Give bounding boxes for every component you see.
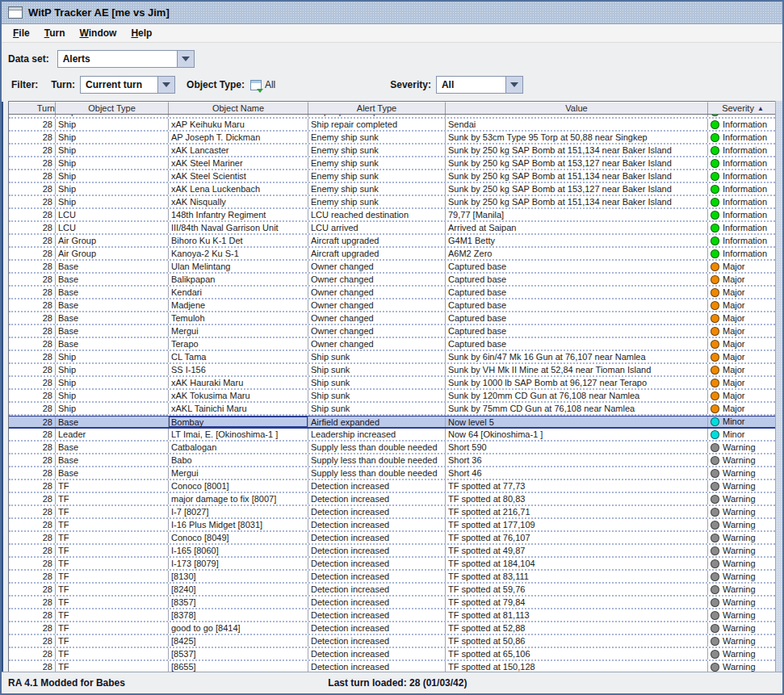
table-row[interactable]: 28TF[8378]Detection increasedTF spotted … [9, 609, 778, 622]
table-row[interactable]: 28LCUIII/84th Naval Garrison UnitLCU arr… [9, 222, 778, 235]
menu-file[interactable]: File [6, 26, 37, 40]
table-row[interactable]: 28ShipAP Joseph T. DickmanEnemy ship sun… [9, 132, 778, 144]
severity-warning-icon [711, 546, 719, 555]
column-header-turn[interactable]: Turn [9, 102, 56, 114]
table-row[interactable]: 28TFI-7 [8027]Detection increasedTF spot… [9, 506, 778, 519]
menu-help[interactable]: Help [124, 26, 159, 40]
cell-turn: 28 [9, 403, 56, 414]
table-row[interactable]: 28TFConoco [8049]Detection increasedTF s… [9, 532, 778, 545]
cell-object-type: TF [56, 597, 169, 608]
cell-severity: Warning [708, 442, 778, 453]
table-row[interactable]: 28BaseBalikpapanOwner changedCaptured ba… [9, 274, 778, 287]
menu-mnemonic: H [131, 27, 138, 39]
table-row[interactable]: 28TFmajor damage to fix [8007]Detection … [9, 493, 778, 506]
turn-filter-combo[interactable]: Current turn [80, 76, 175, 94]
table-row[interactable]: 28TF[8537]Detection increasedTF spotted … [9, 648, 778, 661]
cell-object-name: Madjene [169, 299, 308, 311]
severity-label: Information [723, 249, 767, 259]
table-row[interactable]: 28LCU148th Infantry RegimentLCU reached … [9, 209, 778, 222]
severity-filter-combo[interactable]: All [436, 76, 523, 94]
column-header-severity[interactable]: Severity▲ [708, 102, 778, 114]
menu-window[interactable]: Window [72, 26, 124, 40]
severity-warning-icon [711, 443, 719, 452]
severity-information-icon [711, 172, 719, 181]
table-row[interactable]: 28Air GroupBihoro Ku K-1 DetAircraft upg… [9, 235, 778, 248]
table-row[interactable]: 28TF[8425]Detection increasedTF spotted … [9, 635, 778, 648]
table-row[interactable]: 28ShipxAK Hauraki MaruShip sunkSunk by 1… [9, 377, 778, 390]
table-row[interactable]: 28BaseMadjeneOwner changedCaptured baseM… [9, 299, 778, 312]
cell-severity: Information [708, 235, 778, 246]
table-row[interactable]: 28TFI-173 [8079]Detection increasedTF sp… [9, 558, 778, 571]
table-header: Turn Object Type Object Name Alert Type … [9, 102, 778, 115]
table-row[interactable]: 28ShipxAK Tokusima MaruShip sunkSunk by … [9, 390, 778, 403]
column-header-object-type[interactable]: Object Type [56, 102, 169, 114]
severity-combo-button[interactable] [505, 77, 522, 93]
cell-object-name: Mergui [169, 467, 308, 479]
window-icon-bar [9, 7, 22, 10]
table-row[interactable]: 28BaseTemulohOwner changedCaptured baseM… [9, 312, 778, 325]
select-all-table-icon[interactable] [250, 80, 262, 90]
severity-major-icon [711, 391, 719, 400]
cell-object-type: Base [56, 261, 169, 272]
table-row[interactable]: 28TF[8240]Detection increasedTF spotted … [9, 584, 778, 597]
column-header-object-name[interactable]: Object Name [169, 102, 308, 114]
cell-alert-type: Ship sunk [308, 377, 446, 388]
window-icon [8, 6, 23, 19]
cell-alert-type: Owner changed [308, 325, 446, 337]
table-row[interactable]: 28BaseBombayAirfield expandedNow level 5… [9, 416, 778, 429]
menu-turn[interactable]: Turn [37, 26, 73, 40]
vertical-scrollbar[interactable] [775, 101, 782, 693]
table-row[interactable]: 28TF[8357]Detection increasedTF spotted … [9, 597, 778, 609]
column-header-value[interactable]: Value [446, 102, 708, 114]
table-row[interactable]: 28BaseBaboSupply less than double needed… [9, 454, 778, 467]
table-row[interactable]: 28ShipxAK Steel ScientistEnemy ship sunk… [9, 170, 778, 183]
cell-object-name: Bihoro Ku K-1 Det [169, 235, 308, 246]
turn-combo-button[interactable] [157, 77, 174, 93]
dataset-combo-button[interactable] [177, 51, 194, 67]
table-row[interactable]: 28ShipSS I-156Ship sunkSunk by VH Mk II … [9, 364, 778, 377]
severity-label: Information [723, 171, 767, 182]
title-bar[interactable]: WitP Tracker AE [me vs Jim] [2, 2, 782, 24]
turn-filter-value: Current turn [81, 77, 157, 93]
table-row[interactable]: 28TFI-16 Plus Midget [8031]Detection inc… [9, 519, 778, 532]
table-row[interactable]: 28BaseKendariOwner changedCaptured baseM… [9, 287, 778, 299]
filter-label: Filter: [11, 79, 38, 90]
table-row[interactable]: 28TFgood to go [8414]Detection increased… [9, 622, 778, 635]
table-row[interactable]: 28BaseMerguiSupply less than double need… [9, 467, 778, 480]
table-row[interactable]: 28ShipxAK NisquallyEnemy ship sunkSunk b… [9, 196, 778, 209]
table-row[interactable]: 28TF[8130]Detection increasedTF spotted … [9, 571, 778, 584]
severity-label: Information [723, 210, 767, 220]
table-row[interactable]: 28TFI-165 [8060]Detection increasedTF sp… [9, 545, 778, 558]
table-row[interactable]: 28ShipxAK LancasterEnemy ship sunkSunk b… [9, 144, 778, 157]
cell-object-type: TF [56, 519, 169, 530]
object-type-filter-value[interactable]: All [265, 79, 275, 90]
table-row[interactable]: 28ShipxAK Horai MaruShip repair complete… [9, 115, 778, 119]
table-row[interactable]: 28ShipxAK Lena LuckenbachEnemy ship sunk… [9, 183, 778, 196]
cell-object-name: AP Joseph T. Dickman [169, 132, 308, 143]
severity-information-icon [711, 159, 719, 168]
cell-object-type: TF [56, 609, 169, 621]
cell-value: A6M2 Zero [446, 248, 708, 259]
cell-object-name: III/84th Naval Garrison Unit [169, 222, 308, 233]
cell-alert-type: LCU reached destination [308, 209, 446, 220]
table-row[interactable]: 28BaseCatbaloganSupply less than double … [9, 442, 778, 454]
table-row[interactable]: 28LeaderLT Imai, E. [Okinoshima-1 ]Leade… [9, 429, 778, 442]
cell-severity: Warning [708, 506, 778, 517]
table-row[interactable]: 28ShipxAK Steel MarinerEnemy ship sunkSu… [9, 157, 778, 170]
severity-warning-icon [711, 572, 719, 581]
table-row[interactable]: 28ShipCL TamaShip sunkSunk by 6in/47 Mk … [9, 351, 778, 364]
cell-turn: 28 [9, 661, 56, 672]
dataset-combo[interactable]: Alerts [57, 50, 195, 68]
table-row[interactable]: 28BaseMerguiOwner changedCaptured baseMa… [9, 325, 778, 338]
table-row[interactable]: 28BaseUlan MelintangOwner changedCapture… [9, 261, 778, 274]
cell-severity: Major [708, 274, 778, 285]
table-row[interactable]: 28ShipxAKL Tainichi MaruShip sunkSunk by… [9, 403, 778, 416]
table-row[interactable]: 28ShipxAP Keihuku MaruShip repair comple… [9, 119, 778, 132]
column-header-alert-type[interactable]: Alert Type [308, 102, 446, 114]
cell-turn: 28 [9, 338, 56, 350]
table-row[interactable]: 28TFConoco [8001]Detection increasedTF s… [9, 480, 778, 493]
table-row[interactable]: 28BaseTerapoOwner changedCaptured baseMa… [9, 338, 778, 351]
cell-turn: 28 [9, 532, 56, 543]
cell-object-name: Kendari [169, 287, 308, 298]
table-row[interactable]: 28Air GroupKanoya-2 Ku S-1Aircraft upgra… [9, 248, 778, 261]
